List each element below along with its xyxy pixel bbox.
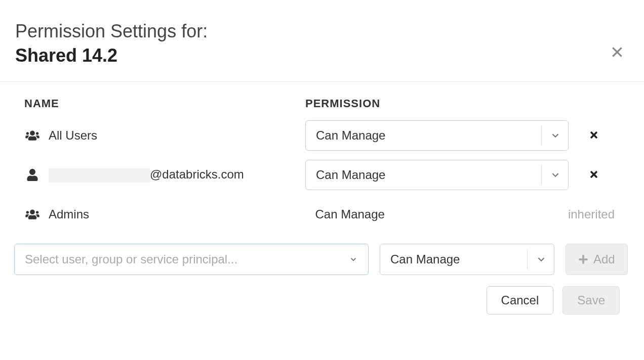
principal-name: Admins xyxy=(49,207,89,221)
inherited-label: inherited xyxy=(568,207,620,221)
permission-value: Can Manage xyxy=(316,168,385,182)
principal-name: @databricks.com xyxy=(49,167,244,183)
redacted-text xyxy=(49,168,150,183)
inherited-cell: inherited xyxy=(568,207,620,221)
remove-cell xyxy=(569,128,620,144)
column-header-name: NAME xyxy=(24,97,305,110)
permission-settings-modal: Permission Settings for: Shared 14.2 NAM… xyxy=(0,0,644,330)
title-prefix: Permission Settings for: xyxy=(15,20,629,42)
save-button[interactable]: Save xyxy=(562,286,620,314)
add-principal-row: Select user, group or service principal.… xyxy=(14,244,620,275)
remove-cell xyxy=(569,167,620,183)
name-cell: Admins xyxy=(24,207,305,221)
chevron-down-icon xyxy=(541,125,561,146)
principal-name: All Users xyxy=(49,128,97,143)
user-icon xyxy=(24,169,41,181)
group-icon xyxy=(24,130,41,141)
modal-header: Permission Settings for: Shared 14.2 xyxy=(0,0,644,82)
remove-button[interactable] xyxy=(589,167,599,183)
permission-value: Can Manage xyxy=(315,207,384,221)
permission-cell: Can Manage xyxy=(305,120,569,151)
chevron-down-icon xyxy=(527,249,547,269)
name-cell: All Users xyxy=(24,128,305,143)
permission-row: All Users Can Manage xyxy=(24,120,620,151)
close-button[interactable] xyxy=(611,46,624,61)
plus-icon xyxy=(578,254,588,264)
permission-select[interactable]: Can Manage xyxy=(305,160,569,190)
close-icon xyxy=(611,46,624,59)
permission-value: Can Manage xyxy=(316,128,385,143)
add-button[interactable]: Add xyxy=(566,244,628,275)
column-header-permission: PERMISSION xyxy=(305,97,380,110)
resource-name: Shared 14.2 xyxy=(15,45,629,66)
columns-header: NAME PERMISSION xyxy=(24,97,620,110)
add-permission-select[interactable]: Can Manage xyxy=(380,244,554,275)
email-suffix: @databricks.com xyxy=(150,167,244,181)
add-button-label: Add xyxy=(593,252,615,266)
permission-cell: Can Manage xyxy=(305,199,568,230)
modal-body: NAME PERMISSION All Users Can Manage xyxy=(0,82,644,330)
remove-icon xyxy=(589,169,599,179)
principal-search-select[interactable]: Select user, group or service principal.… xyxy=(14,244,369,275)
chevron-down-icon xyxy=(541,165,561,185)
modal-footer: Cancel Save xyxy=(24,286,620,314)
cancel-button[interactable]: Cancel xyxy=(487,286,554,314)
search-placeholder: Select user, group or service principal.… xyxy=(25,252,237,266)
chevron-down-icon xyxy=(349,255,358,264)
permission-select[interactable]: Can Manage xyxy=(305,120,569,151)
permission-row: @databricks.com Can Manage xyxy=(24,160,620,190)
permission-cell: Can Manage xyxy=(305,160,569,190)
group-icon xyxy=(24,209,41,220)
permission-row: Admins Can Manage inherited xyxy=(24,199,620,230)
permission-value: Can Manage xyxy=(390,252,460,266)
name-cell: @databricks.com xyxy=(24,167,305,183)
remove-icon xyxy=(589,130,599,140)
remove-button[interactable] xyxy=(589,128,599,144)
